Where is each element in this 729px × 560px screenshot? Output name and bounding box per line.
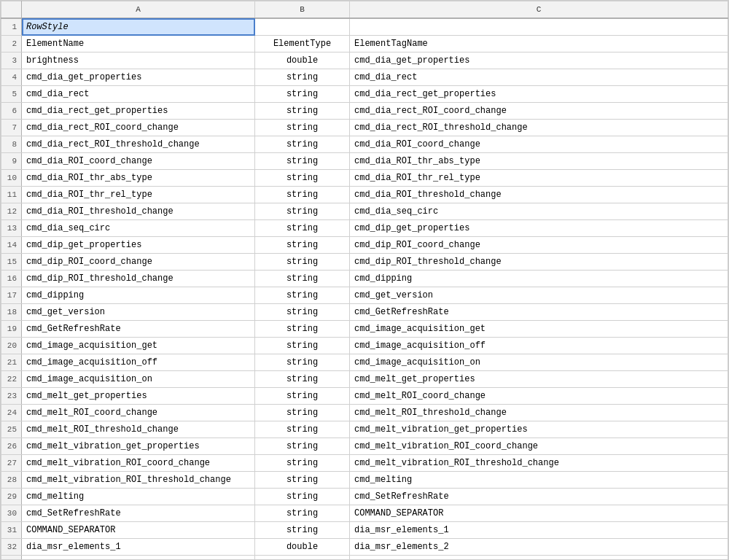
table-row[interactable]: 16cmd_dip_ROI_threshold_changestringcmd_… — [1, 271, 728, 287]
table-row[interactable]: 3brightnessdoublecmd_dia_get_properties — [1, 52, 728, 69]
cell-b[interactable]: string — [255, 455, 350, 472]
cell-b[interactable]: string — [255, 187, 350, 203]
cell-c[interactable]: ElementTagName — [350, 36, 728, 52]
cell-c[interactable]: cmd_GetRefreshRate — [350, 304, 728, 321]
table-row[interactable]: 18cmd_get_versionstringcmd_GetRefreshRat… — [1, 304, 728, 321]
cell-a[interactable]: RowStyle — [22, 18, 255, 36]
cell-b[interactable]: string — [255, 69, 350, 86]
cell-c[interactable]: cmd_melt_vibration_get_properties — [350, 421, 728, 438]
cell-a[interactable]: cmd_dip_ROI_threshold_change — [22, 271, 255, 287]
cell-c[interactable]: cmd_melt_get_properties — [350, 371, 728, 388]
cell-c[interactable]: COMMAND_SEPARATOR — [350, 505, 728, 522]
table-row[interactable]: 25cmd_melt_ROI_threshold_changestringcmd… — [1, 421, 728, 438]
cell-c[interactable]: cmd_dia_get_properties — [350, 52, 728, 69]
table-row[interactable]: 15cmd_dip_ROI_coord_changestringcmd_dip_… — [1, 254, 728, 271]
cell-b[interactable]: string — [255, 388, 350, 405]
cell-c[interactable]: cmd_melt_vibration_ROI_coord_change — [350, 438, 728, 455]
cell-c[interactable]: cmd_image_acquisition_on — [350, 354, 728, 371]
table-row[interactable]: 31COMMAND_SEPARATORstringdia_msr_element… — [1, 522, 728, 539]
table-row[interactable]: 2ElementNameElementTypeElementTagName — [1, 36, 728, 52]
cell-a[interactable]: cmd_melt_vibration_get_properties — [22, 438, 255, 455]
cell-a[interactable]: ElementName — [22, 36, 255, 52]
cell-c[interactable]: dia_msr_elements_1 — [350, 522, 728, 539]
table-row[interactable]: 17cmd_dippingstringcmd_get_version — [1, 287, 728, 304]
cell-c[interactable]: cmd_dia_ROI_thr_rel_type — [350, 170, 728, 187]
cell-c[interactable]: cmd_SetRefreshRate — [350, 489, 728, 505]
cell-c[interactable]: cmd_dia_ROI_thr_abs_type — [350, 153, 728, 170]
cell-c[interactable]: cmd_get_version — [350, 287, 728, 304]
column-c-header[interactable]: C — [350, 1, 728, 19]
cell-c[interactable]: cmd_dia_ROI_coord_change — [350, 136, 728, 153]
cell-b[interactable]: string — [255, 421, 350, 438]
cell-c[interactable]: cmd_melt_ROI_coord_change — [350, 388, 728, 405]
cell-b[interactable]: double — [255, 52, 350, 69]
cell-b[interactable]: string — [255, 321, 350, 338]
cell-a[interactable]: brightness — [22, 52, 255, 69]
cell-c[interactable] — [350, 18, 728, 36]
cell-c[interactable]: cmd_dia_rect — [350, 69, 728, 86]
cell-c[interactable]: dia_msr_elements_2 — [350, 539, 728, 556]
table-row[interactable]: 19cmd_GetRefreshRatestringcmd_image_acqu… — [1, 321, 728, 338]
table-row[interactable]: 26cmd_melt_vibration_get_propertiesstrin… — [1, 438, 728, 455]
cell-a[interactable]: cmd_dia_rect_get_properties — [22, 103, 255, 120]
cell-b[interactable]: string — [255, 338, 350, 354]
cell-a[interactable]: cmd_SetRefreshRate — [22, 505, 255, 522]
cell-b[interactable]: string — [255, 522, 350, 539]
table-row[interactable]: 30cmd_SetRefreshRatestringCOMMAND_SEPARA… — [1, 505, 728, 522]
table-row[interactable]: 1RowStyle — [1, 18, 728, 36]
table-row[interactable]: 32dia_msr_elements_1doubledia_msr_elemen… — [1, 539, 728, 556]
cell-a[interactable]: cmd_dipping — [22, 287, 255, 304]
table-row[interactable]: 6cmd_dia_rect_get_propertiesstringcmd_di… — [1, 103, 728, 120]
cell-b[interactable]: string — [255, 170, 350, 187]
column-a-header[interactable]: A — [22, 1, 255, 19]
table-row[interactable]: 10cmd_dia_ROI_thr_abs_typestringcmd_dia_… — [1, 170, 728, 187]
cell-b[interactable]: string — [255, 203, 350, 220]
cell-a[interactable]: cmd_get_version — [22, 304, 255, 321]
cell-a[interactable]: cmd_dia_ROI_thr_rel_type — [22, 187, 255, 203]
cell-a[interactable]: cmd_GetRefreshRate — [22, 321, 255, 338]
table-row[interactable]: 14cmd_dip_get_propertiesstringcmd_dip_RO… — [1, 237, 728, 254]
table-row[interactable]: 27cmd_melt_vibration_ROI_coord_changestr… — [1, 455, 728, 472]
cell-c[interactable]: cmd_image_acquisition_off — [350, 338, 728, 354]
table-row[interactable]: 22cmd_image_acquisition_onstringcmd_melt… — [1, 371, 728, 388]
cell-b[interactable]: string — [255, 254, 350, 271]
table-row[interactable]: 33dia_msr_elements_2doubledia_rect_thr — [1, 556, 728, 561]
table-row[interactable]: 9cmd_dia_ROI_coord_changestringcmd_dia_R… — [1, 153, 728, 170]
cell-a[interactable]: dia_msr_elements_2 — [22, 556, 255, 561]
cell-c[interactable]: cmd_image_acquisition_get — [350, 321, 728, 338]
table-row[interactable]: 21cmd_image_acquisition_offstringcmd_ima… — [1, 354, 728, 371]
cell-a[interactable]: cmd_melt_vibration_ROI_threshold_change — [22, 472, 255, 489]
cell-c[interactable]: cmd_dia_rect_ROI_threshold_change — [350, 120, 728, 136]
cell-b[interactable]: double — [255, 556, 350, 561]
cell-b[interactable]: ElementType — [255, 36, 350, 52]
table-row[interactable]: 5cmd_dia_rectstringcmd_dia_rect_get_prop… — [1, 86, 728, 103]
cell-b[interactable]: string — [255, 304, 350, 321]
cell-c[interactable]: cmd_dia_seq_circ — [350, 203, 728, 220]
cell-b[interactable]: string — [255, 120, 350, 136]
cell-c[interactable]: cmd_melt_ROI_threshold_change — [350, 405, 728, 421]
cell-a[interactable]: cmd_dia_rect — [22, 86, 255, 103]
cell-a[interactable]: cmd_dia_rect_ROI_coord_change — [22, 120, 255, 136]
cell-b[interactable]: string — [255, 237, 350, 254]
cell-a[interactable]: cmd_melt_vibration_ROI_coord_change — [22, 455, 255, 472]
table-row[interactable]: 20cmd_image_acquisition_getstringcmd_ima… — [1, 338, 728, 354]
table-row[interactable]: 7cmd_dia_rect_ROI_coord_changestringcmd_… — [1, 120, 728, 136]
cell-c[interactable]: cmd_dip_ROI_coord_change — [350, 237, 728, 254]
cell-b[interactable]: string — [255, 505, 350, 522]
cell-b[interactable]: double — [255, 539, 350, 556]
cell-b[interactable]: string — [255, 86, 350, 103]
cell-a[interactable]: dia_msr_elements_1 — [22, 539, 255, 556]
cell-b[interactable]: string — [255, 103, 350, 120]
cell-b[interactable]: string — [255, 354, 350, 371]
cell-b[interactable]: string — [255, 472, 350, 489]
table-row[interactable]: 24cmd_melt_ROI_coord_changestringcmd_mel… — [1, 405, 728, 421]
table-row[interactable]: 11cmd_dia_ROI_thr_rel_typestringcmd_dia_… — [1, 187, 728, 203]
cell-c[interactable]: dia_rect_thr — [350, 556, 728, 561]
table-row[interactable]: 8cmd_dia_rect_ROI_threshold_changestring… — [1, 136, 728, 153]
cell-b[interactable]: string — [255, 271, 350, 287]
cell-a[interactable]: cmd_dia_get_properties — [22, 69, 255, 86]
cell-a[interactable]: cmd_image_acquisition_get — [22, 338, 255, 354]
cell-b[interactable]: string — [255, 153, 350, 170]
cell-a[interactable]: cmd_melt_ROI_coord_change — [22, 405, 255, 421]
cell-a[interactable]: cmd_image_acquisition_on — [22, 371, 255, 388]
